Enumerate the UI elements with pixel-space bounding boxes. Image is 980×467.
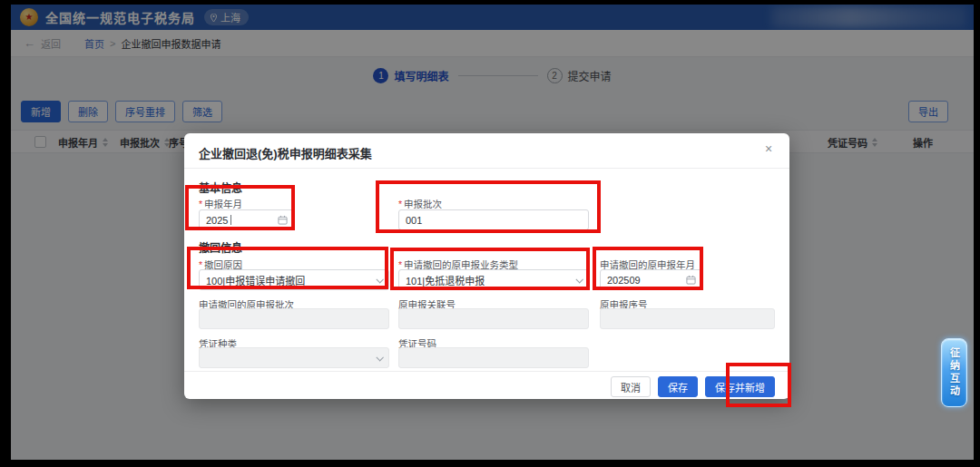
calendar-icon	[686, 275, 696, 285]
orig-report-ref-input	[398, 308, 589, 329]
modal-header-divider	[184, 168, 789, 169]
save-button[interactable]: 保存	[658, 376, 698, 397]
orig-report-month-input[interactable]: 202509	[600, 269, 703, 290]
save-and-add-button[interactable]: 保存并新增	[705, 376, 775, 397]
chevron-down-icon	[376, 354, 383, 361]
text-cursor	[230, 215, 231, 225]
orig-business-type-select[interactable]: 101|免抵退税申报	[398, 269, 589, 290]
section-withdraw-info: 撤回信息	[199, 239, 242, 255]
required-mark: *	[398, 199, 402, 209]
chevron-down-icon	[376, 276, 383, 283]
orig-report-batch-input	[199, 308, 389, 329]
withdraw-reason-select[interactable]: 100|申报错误申请撤回	[199, 269, 389, 290]
voucher-type-select	[199, 347, 389, 368]
calendar-icon	[278, 215, 288, 225]
tax-interaction-label: 征纳互动	[947, 347, 962, 398]
voucher-no-input	[398, 347, 589, 368]
tax-interaction-badge[interactable]: 征纳互动	[941, 338, 967, 407]
report-month-input[interactable]: 2025	[199, 209, 295, 230]
withdraw-detail-modal: 企业撤回退(免)税申报明细表采集 × 基本信息 *申报年月 2025 *申报批次…	[184, 133, 789, 399]
app-window: ★ 全国统一规范电子税务局 上海 ← 返回 首页 > 企业撤回申报数据申请 1 …	[11, 5, 974, 460]
modal-footer: 取消 保存 保存并新增	[611, 376, 775, 397]
report-batch-label: *申报批次	[398, 197, 442, 210]
report-month-label: *申报年月	[199, 197, 242, 210]
orig-report-seq-input	[600, 308, 775, 329]
modal-title: 企业撤回退(免)税申报明细表采集	[199, 144, 372, 161]
close-icon[interactable]: ×	[760, 141, 777, 158]
chevron-down-icon	[575, 276, 583, 283]
section-basic-info: 基本信息	[199, 180, 242, 195]
modal-footer-divider	[184, 371, 789, 372]
cancel-button[interactable]: 取消	[611, 376, 651, 397]
required-mark: *	[199, 199, 202, 209]
report-batch-input[interactable]: 001	[398, 209, 589, 230]
